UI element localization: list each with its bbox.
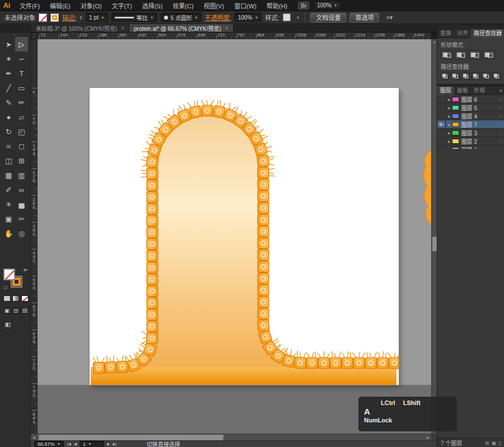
menu-帮助(H)[interactable]: 帮助(H) [262,0,292,12]
opacity-combo[interactable]: 100% ▼ [235,13,262,22]
layer-row[interactable]: ▶图层 3○ [437,129,504,137]
brush-definition-dropdown[interactable]: 5 点圆形 ▼ [161,13,202,22]
divide-button[interactable] [441,72,449,80]
vertical-scroll-thumb[interactable] [432,237,437,251]
control-panel-menu-icon[interactable]: ≡▾ [386,14,393,21]
hand-tool[interactable]: ✋ [2,226,15,241]
minus-back-button[interactable] [492,72,501,80]
tab-路径查找器[interactable]: 路径查找器 [471,29,504,38]
scale-tool[interactable]: ◰ [15,124,28,139]
width-profile-dropdown[interactable]: 等比 ▼ [111,13,157,22]
horizontal-scrollbar[interactable]: ◀ ▶ [31,434,431,440]
layer-name[interactable]: 图层 6 [461,95,500,103]
fill-color-box[interactable] [3,269,15,280]
line-segment-tool[interactable]: ╱ [2,81,15,95]
zoom-tool[interactable]: ◎ [15,226,28,241]
zoom-combo[interactable]: 66.67% ▼ [34,441,64,447]
tab-画板[interactable]: 画板 [454,86,471,95]
ruler-origin-corner[interactable] [31,32,38,39]
style-swatch[interactable] [283,13,291,21]
tab-对齐[interactable]: 对齐 [454,29,471,38]
layer-row[interactable]: ▶图层 7○ [437,120,504,129]
eyedropper-tool[interactable]: ✐ [2,182,15,197]
layer-target-icon[interactable]: ○ [500,139,502,143]
expand-arrow-icon[interactable]: ▶ [448,97,451,101]
unite-button[interactable] [441,50,453,59]
close-icon[interactable]: × [121,25,124,31]
menu-选择(S)[interactable]: 选择(S) [137,0,168,12]
new-layer-icon[interactable]: ▣ [492,440,497,446]
lasso-tool[interactable]: ∽ [15,51,28,66]
visibility-toggle[interactable] [437,129,446,137]
expand-arrow-icon[interactable]: ▶ [448,139,451,143]
free-transform-tool[interactable]: ◻ [15,139,28,153]
document-setup-button[interactable]: 文档设置 [310,13,346,22]
width-tool[interactable]: ≍ [2,139,15,153]
menu-对象(O)[interactable]: 对象(O) [76,0,107,12]
artboard-tool[interactable]: ▣ [2,211,15,226]
delete-layer-icon[interactable]: ▯ [498,440,501,446]
layer-row[interactable]: ▶图层 4○ [437,112,504,120]
horizontal-ruler[interactable]: 7214421628836043250457664872079286493610… [38,32,431,39]
stroke-swatch[interactable] [50,13,59,22]
layer-row[interactable]: ▶图层 6○ [437,95,504,103]
pencil-tool[interactable]: ✏ [15,95,28,110]
tab-变换[interactable]: 变换 [437,29,454,38]
layer-name[interactable]: 图层 5 [461,103,500,112]
paintbrush-tool[interactable]: ✎ [2,95,15,110]
layer-target-icon[interactable]: ○ [500,123,502,126]
column-graph-tool[interactable]: ▅ [15,197,28,211]
minus-front-button[interactable] [455,50,467,59]
shape-builder-tool[interactable]: ◫ [2,153,15,168]
crop-button[interactable] [472,72,480,80]
intersect-button[interactable] [469,50,481,59]
draw-inside-button[interactable]: 回 [21,308,29,314]
stroke-weight-stepper[interactable]: ▲▼ [80,15,82,20]
menu-视图(V)[interactable]: 视图(V) [199,0,230,12]
mesh-tool[interactable]: ▦ [2,168,15,182]
magic-wand-tool[interactable]: ✶ [2,51,15,66]
artboard-nav-combo[interactable]: 1 ▼ [80,441,104,447]
expand-arrow-icon[interactable]: ▶ [448,114,451,118]
orange-blob-artwork[interactable] [421,148,431,232]
pen-tool[interactable]: ✒ [2,66,15,81]
layer-name[interactable]: 图层 2 [461,137,500,145]
layers-panel-menu-icon[interactable]: ≡ [500,88,502,93]
bridge-button[interactable]: Br [298,2,309,10]
stroke-weight-combo[interactable]: 1 pt ▼ [86,13,108,22]
expand-arrow-icon[interactable]: ▶ [448,106,451,110]
app-logo[interactable]: Ai [0,2,15,10]
artboard[interactable] [90,88,399,385]
document-tab[interactable]: protein.ai* @ 66.67% (CMYK/预览)× [129,24,234,32]
horizontal-scroll-thumb[interactable] [39,435,223,440]
gradient-tool[interactable]: ▥ [15,168,28,182]
visibility-toggle[interactable] [437,120,446,129]
expand-arrow-icon[interactable]: ▶ [448,123,451,126]
menu-编辑(E)[interactable]: 编辑(E) [45,0,76,12]
symbol-sprayer-tool[interactable]: ✳ [2,197,15,211]
workspace-zoom-dropdown[interactable]: 100% ▼ [314,1,341,10]
preferences-button[interactable]: 首选项 [349,13,379,22]
selection-tool[interactable]: ➤ [2,37,15,51]
menu-文字(T)[interactable]: 文字(T) [107,0,137,12]
visibility-toggle[interactable] [437,103,446,112]
fill-swatch[interactable] [39,13,47,22]
gradient-mode-button[interactable] [12,295,20,302]
layer-name[interactable]: 图层 3 [461,129,500,137]
document-tab[interactable]: 未标题-3* @ 100% (CMYK/预览)× [31,24,129,32]
layer-row[interactable]: ▶图层 2○ [437,137,504,145]
default-colors-icon[interactable]: ❏ [3,285,7,290]
vertical-scrollbar[interactable]: ▲ ▼ [431,39,437,434]
layer-target-icon[interactable]: ○ [500,131,502,135]
expand-arrow-icon[interactable]: ▶ [448,131,451,135]
layer-name[interactable]: 图层 7 [461,120,500,129]
merge-button[interactable] [461,72,470,80]
layer-name[interactable]: 图层 4 [461,112,500,120]
visibility-toggle[interactable] [437,95,446,103]
prev-artboard-button[interactable]: ◀ [74,442,77,446]
opacity-panel-link[interactable]: 不透明度: [205,13,231,22]
menu-文件(F)[interactable]: 文件(F) [15,0,45,12]
visibility-toggle[interactable] [437,112,446,120]
layer-row[interactable]: ▶图层 5○ [437,103,504,112]
eraser-tool[interactable]: ▱ [15,110,28,124]
